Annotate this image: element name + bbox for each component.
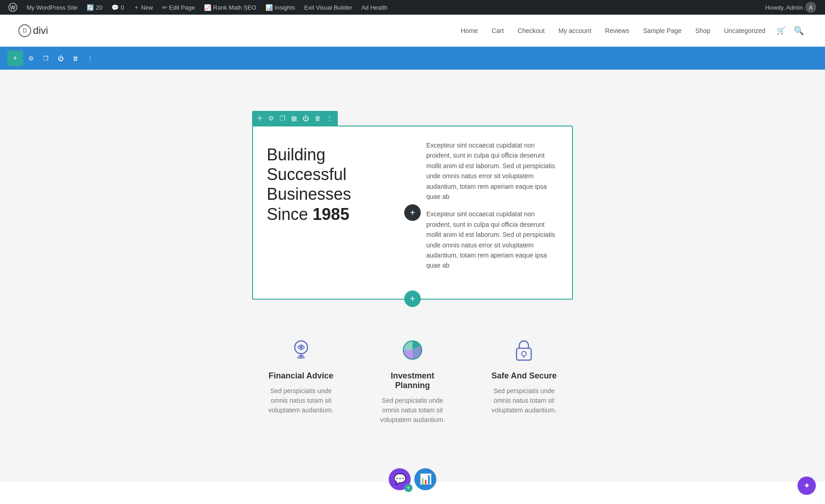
floating-buttons: 💬 + 📊 <box>389 468 436 490</box>
stats-float-button[interactable]: 📊 <box>414 468 436 490</box>
admin-bar-comments[interactable]: 💬 0 <box>107 0 128 15</box>
howdy-label: Howdy, Admin <box>765 4 803 11</box>
safe-secure-desc: Sed perspiciatis unde omnis natus totam … <box>484 386 564 415</box>
admin-bar-new[interactable]: ＋ New <box>129 0 158 15</box>
admin-bar-exit-vb[interactable]: Exit Visual Builder <box>300 0 357 15</box>
svg-rect-9 <box>517 348 531 360</box>
blue-toolbar: + ⚙ ❐ ⏻ 🗑 ⋮ <box>0 47 825 70</box>
stats-icon: 📊 <box>419 473 432 485</box>
svg-text:A: A <box>809 5 813 11</box>
safe-secure-icon <box>484 336 564 364</box>
hero-title-text: BuildingSuccessfulBusinessesSince 1985 <box>267 145 351 224</box>
pb-disable-button[interactable]: ⏻ <box>54 52 67 65</box>
svg-point-10 <box>522 351 526 356</box>
add-module-button[interactable]: + <box>404 204 421 221</box>
financial-advice-icon <box>261 336 341 364</box>
section-settings-icon[interactable]: ⚙ <box>267 114 275 123</box>
comment-icon: 💬 <box>111 4 119 11</box>
admin-bar-updates[interactable]: 🔄 20 <box>82 0 107 15</box>
admin-bar-ad-health[interactable]: Ad Health <box>357 0 392 15</box>
nav-cart[interactable]: Cart <box>486 24 509 37</box>
section-toolbar: ✛ ⚙ ❐ ▦ ⏻ 🗑 ⋮ <box>252 111 338 126</box>
hero-paragraph-1: Excepteur sint occaecat cupidatat non pr… <box>426 140 558 202</box>
svg-point-5 <box>300 346 302 349</box>
financial-advice-desc: Sed perspiciatis unde omnis natus totam … <box>261 386 341 415</box>
exit-vb-label: Exit Visual Builder <box>304 4 352 11</box>
feature-financial-advice: Financial Advice Sed perspiciatis unde o… <box>252 327 350 434</box>
hero-right-column: Excepteur sint occaecat cupidatat non pr… <box>412 126 572 299</box>
divi-ai-button[interactable]: ✦ <box>798 477 816 495</box>
top-nav: D divi Home Cart Checkout My account Rev… <box>0 15 825 47</box>
nav-my-account[interactable]: My account <box>553 24 597 37</box>
admin-bar: W My WordPress Site 🔄 20 💬 0 ＋ New ✏ Edi… <box>0 0 825 15</box>
wp-logo[interactable]: W <box>4 3 22 12</box>
pb-duplicate-button[interactable]: ❐ <box>39 52 52 65</box>
ad-health-label: Ad Health <box>361 4 387 11</box>
update-icon: 🔄 <box>87 4 94 11</box>
financial-advice-title: Financial Advice <box>261 371 341 381</box>
rank-math-icon: 📈 <box>204 4 211 11</box>
investment-planning-desc: Sed perspiciatis unde omnis natus totam … <box>373 396 452 425</box>
feature-investment-planning: Investment Planning Sed perspiciatis und… <box>363 327 461 434</box>
section-delete-icon[interactable]: 🗑 <box>313 114 322 123</box>
main-content: ✛ ⚙ ❐ ▦ ⏻ 🗑 ⋮ + BuildingSuccessfulBusine… <box>0 70 825 482</box>
svg-text:W: W <box>10 5 16 11</box>
rank-math-label: Rank Math SEO <box>213 4 256 11</box>
safe-secure-title: Safe And Secure <box>484 371 564 381</box>
chat-float-button[interactable]: 💬 + <box>389 468 411 490</box>
section-layout-icon[interactable]: ▦ <box>290 114 298 123</box>
hero-title-year: 1985 <box>313 205 349 224</box>
hero-left-column: BuildingSuccessfulBusinessesSince 1985 <box>253 126 412 299</box>
new-icon: ＋ <box>133 3 139 11</box>
chat-add-badge: + <box>404 484 412 492</box>
hero-paragraph-2: Excepteur sint occaecat cupidatat non pr… <box>426 209 558 270</box>
site-name-label: My WordPress Site <box>27 4 77 11</box>
admin-bar-edit-page[interactable]: ✏ Edit Page <box>158 0 199 15</box>
investment-planning-icon <box>373 336 452 364</box>
nav-reviews[interactable]: Reviews <box>600 24 635 37</box>
admin-bar-rank-math[interactable]: 📈 Rank Math SEO <box>199 0 261 15</box>
nav-sample-page[interactable]: Sample Page <box>638 24 687 37</box>
edit-icon: ✏ <box>162 4 167 11</box>
add-section-below-button[interactable]: + <box>404 290 421 307</box>
pb-more-button[interactable]: ⋮ <box>83 52 96 65</box>
hero-title: BuildingSuccessfulBusinessesSince 1985 <box>267 145 399 224</box>
feature-safe-secure: Safe And Secure Sed perspiciatis unde om… <box>475 327 573 434</box>
nav-shop[interactable]: Shop <box>690 24 716 37</box>
nav-uncategorized[interactable]: Uncategorized <box>719 24 771 37</box>
site-logo[interactable]: D divi <box>18 24 48 37</box>
insights-icon: 📊 <box>265 4 273 11</box>
pb-settings-button[interactable]: ⚙ <box>25 52 38 65</box>
nav-home[interactable]: Home <box>455 24 483 37</box>
pb-add-button[interactable]: + <box>7 50 23 66</box>
section-move-icon[interactable]: ✛ <box>256 114 264 123</box>
main-navigation: Home Cart Checkout My account Reviews Sa… <box>455 23 807 38</box>
section-copy-icon[interactable]: ❐ <box>278 114 287 123</box>
comment-count: 0 <box>121 4 124 11</box>
hero-section: + BuildingSuccessfulBusinessesSince 1985… <box>252 126 573 300</box>
ai-icon: ✦ <box>803 481 810 491</box>
nav-checkout[interactable]: Checkout <box>512 24 550 37</box>
logo-text: divi <box>33 25 48 37</box>
insights-label: Insights <box>275 4 295 11</box>
new-label: New <box>141 4 153 11</box>
admin-bar-user[interactable]: Howdy, Admin A <box>765 1 821 13</box>
update-count: 20 <box>96 4 102 11</box>
section-more-icon[interactable]: ⋮ <box>325 114 334 123</box>
features-section: Financial Advice Sed perspiciatis unde o… <box>252 327 573 434</box>
search-icon[interactable]: 🔍 <box>791 23 807 38</box>
pb-delete-button[interactable]: 🗑 <box>69 52 82 65</box>
cart-icon[interactable]: 🛒 <box>774 23 788 38</box>
investment-planning-title: Investment Planning <box>373 371 452 390</box>
edit-page-label: Edit Page <box>169 4 195 11</box>
admin-bar-insights[interactable]: 📊 Insights <box>261 0 300 15</box>
chat-icon: 💬 <box>394 473 406 485</box>
logo-circle: D <box>18 24 31 37</box>
admin-bar-site[interactable]: My WordPress Site <box>22 0 82 15</box>
section-disable-icon[interactable]: ⏻ <box>301 114 310 123</box>
